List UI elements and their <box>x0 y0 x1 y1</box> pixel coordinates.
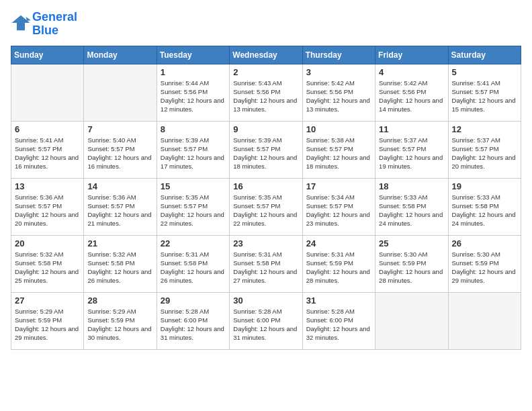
calendar-day-cell: 12Sunrise: 5:37 AM Sunset: 5:57 PM Dayli… <box>448 121 521 178</box>
calendar-day-cell <box>375 292 448 349</box>
day-info: Sunrise: 5:31 AM Sunset: 5:58 PM Dayligh… <box>233 250 298 285</box>
svg-marker-0 <box>12 15 30 31</box>
calendar-day-cell: 9Sunrise: 5:39 AM Sunset: 5:57 PM Daylig… <box>230 121 302 178</box>
day-number: 14 <box>87 181 152 191</box>
day-info: Sunrise: 5:34 AM Sunset: 5:57 PM Dayligh… <box>306 193 371 228</box>
weekday-cell: Saturday <box>448 46 521 64</box>
day-number: 6 <box>15 124 80 134</box>
calendar-week-row: 1Sunrise: 5:44 AM Sunset: 5:56 PM Daylig… <box>11 64 521 121</box>
weekday-cell: Tuesday <box>157 46 229 64</box>
calendar-day-cell: 13Sunrise: 5:36 AM Sunset: 5:57 PM Dayli… <box>11 178 84 235</box>
calendar-day-cell: 10Sunrise: 5:38 AM Sunset: 5:57 PM Dayli… <box>302 121 375 178</box>
day-number: 5 <box>452 67 517 77</box>
calendar-day-cell: 18Sunrise: 5:33 AM Sunset: 5:58 PM Dayli… <box>375 178 448 235</box>
day-info: Sunrise: 5:36 AM Sunset: 5:57 PM Dayligh… <box>15 193 80 228</box>
day-number: 24 <box>306 238 371 248</box>
day-info: Sunrise: 5:43 AM Sunset: 5:56 PM Dayligh… <box>233 79 298 114</box>
day-info: Sunrise: 5:28 AM Sunset: 6:00 PM Dayligh… <box>233 307 298 342</box>
calendar-day-cell: 7Sunrise: 5:40 AM Sunset: 5:57 PM Daylig… <box>84 121 157 178</box>
day-number: 25 <box>379 238 444 248</box>
calendar-day-cell: 14Sunrise: 5:36 AM Sunset: 5:57 PM Dayli… <box>84 178 157 235</box>
day-info: Sunrise: 5:30 AM Sunset: 5:59 PM Dayligh… <box>379 250 444 285</box>
day-number: 21 <box>87 238 152 248</box>
calendar-day-cell: 19Sunrise: 5:33 AM Sunset: 5:58 PM Dayli… <box>448 178 521 235</box>
calendar-day-cell: 24Sunrise: 5:31 AM Sunset: 5:59 PM Dayli… <box>302 235 375 292</box>
calendar-day-cell: 15Sunrise: 5:35 AM Sunset: 5:57 PM Dayli… <box>157 178 229 235</box>
day-number: 7 <box>87 124 152 134</box>
calendar-week-row: 13Sunrise: 5:36 AM Sunset: 5:57 PM Dayli… <box>11 178 521 235</box>
day-number: 27 <box>15 295 80 306</box>
weekday-cell: Friday <box>375 46 448 64</box>
day-info: Sunrise: 5:33 AM Sunset: 5:58 PM Dayligh… <box>379 193 444 228</box>
day-number: 26 <box>452 238 517 248</box>
calendar-day-cell <box>84 64 157 121</box>
day-number: 22 <box>161 238 226 248</box>
day-info: Sunrise: 5:38 AM Sunset: 5:57 PM Dayligh… <box>306 136 371 171</box>
calendar-day-cell: 31Sunrise: 5:28 AM Sunset: 6:00 PM Dayli… <box>302 292 375 349</box>
page-header: GeneralBlue <box>11 11 521 38</box>
calendar-day-cell: 17Sunrise: 5:34 AM Sunset: 5:57 PM Dayli… <box>302 178 375 235</box>
day-info: Sunrise: 5:41 AM Sunset: 5:57 PM Dayligh… <box>452 79 517 114</box>
weekday-cell: Monday <box>84 46 157 64</box>
day-number: 15 <box>161 181 226 191</box>
calendar-day-cell: 20Sunrise: 5:32 AM Sunset: 5:58 PM Dayli… <box>11 235 84 292</box>
calendar-day-cell <box>448 292 521 349</box>
calendar-body: 1Sunrise: 5:44 AM Sunset: 5:56 PM Daylig… <box>11 64 521 349</box>
day-number: 31 <box>306 295 371 306</box>
day-info: Sunrise: 5:35 AM Sunset: 5:57 PM Dayligh… <box>161 193 226 228</box>
day-number: 13 <box>15 181 80 191</box>
calendar-day-cell: 8Sunrise: 5:39 AM Sunset: 5:57 PM Daylig… <box>157 121 229 178</box>
day-number: 1 <box>161 67 226 77</box>
day-info: Sunrise: 5:37 AM Sunset: 5:57 PM Dayligh… <box>379 136 444 171</box>
day-info: Sunrise: 5:41 AM Sunset: 5:57 PM Dayligh… <box>15 136 80 171</box>
day-info: Sunrise: 5:39 AM Sunset: 5:57 PM Dayligh… <box>161 136 226 171</box>
day-info: Sunrise: 5:31 AM Sunset: 5:59 PM Dayligh… <box>306 250 371 285</box>
day-info: Sunrise: 5:36 AM Sunset: 5:57 PM Dayligh… <box>87 193 152 228</box>
calendar-day-cell: 4Sunrise: 5:42 AM Sunset: 5:56 PM Daylig… <box>375 64 448 121</box>
day-number: 3 <box>306 67 371 77</box>
day-info: Sunrise: 5:32 AM Sunset: 5:58 PM Dayligh… <box>87 250 152 285</box>
day-info: Sunrise: 5:42 AM Sunset: 5:56 PM Dayligh… <box>379 79 444 114</box>
calendar-day-cell: 27Sunrise: 5:29 AM Sunset: 5:59 PM Dayli… <box>11 292 84 349</box>
calendar-day-cell <box>11 64 84 121</box>
weekday-cell: Sunday <box>11 46 84 64</box>
calendar-table: SundayMondayTuesdayWednesdayThursdayFrid… <box>11 46 521 350</box>
calendar-day-cell: 23Sunrise: 5:31 AM Sunset: 5:58 PM Dayli… <box>230 235 302 292</box>
day-info: Sunrise: 5:28 AM Sunset: 6:00 PM Dayligh… <box>161 307 226 342</box>
day-info: Sunrise: 5:42 AM Sunset: 5:56 PM Dayligh… <box>306 79 371 114</box>
calendar-day-cell: 3Sunrise: 5:42 AM Sunset: 5:56 PM Daylig… <box>302 64 375 121</box>
day-number: 23 <box>233 238 298 248</box>
day-number: 10 <box>306 124 371 134</box>
calendar-week-row: 27Sunrise: 5:29 AM Sunset: 5:59 PM Dayli… <box>11 292 521 349</box>
day-info: Sunrise: 5:40 AM Sunset: 5:57 PM Dayligh… <box>87 136 152 171</box>
day-number: 19 <box>452 181 517 191</box>
weekday-cell: Thursday <box>302 46 375 64</box>
day-number: 11 <box>379 124 444 134</box>
calendar-day-cell: 6Sunrise: 5:41 AM Sunset: 5:57 PM Daylig… <box>11 121 84 178</box>
day-number: 9 <box>233 124 298 134</box>
day-info: Sunrise: 5:29 AM Sunset: 5:59 PM Dayligh… <box>87 307 152 342</box>
day-number: 12 <box>452 124 517 134</box>
calendar-day-cell: 21Sunrise: 5:32 AM Sunset: 5:58 PM Dayli… <box>84 235 157 292</box>
day-info: Sunrise: 5:35 AM Sunset: 5:57 PM Dayligh… <box>233 193 298 228</box>
logo: GeneralBlue <box>11 11 77 38</box>
calendar-day-cell: 28Sunrise: 5:29 AM Sunset: 5:59 PM Dayli… <box>84 292 157 349</box>
day-info: Sunrise: 5:31 AM Sunset: 5:58 PM Dayligh… <box>161 250 226 285</box>
calendar-day-cell: 29Sunrise: 5:28 AM Sunset: 6:00 PM Dayli… <box>157 292 229 349</box>
day-number: 18 <box>379 181 444 191</box>
calendar-day-cell: 1Sunrise: 5:44 AM Sunset: 5:56 PM Daylig… <box>157 64 229 121</box>
calendar-day-cell: 30Sunrise: 5:28 AM Sunset: 6:00 PM Dayli… <box>230 292 302 349</box>
logo-text: GeneralBlue <box>32 11 77 38</box>
calendar-week-row: 6Sunrise: 5:41 AM Sunset: 5:57 PM Daylig… <box>11 121 521 178</box>
calendar-day-cell: 5Sunrise: 5:41 AM Sunset: 5:57 PM Daylig… <box>448 64 521 121</box>
day-number: 4 <box>379 67 444 77</box>
calendar-day-cell: 2Sunrise: 5:43 AM Sunset: 5:56 PM Daylig… <box>230 64 302 121</box>
day-info: Sunrise: 5:28 AM Sunset: 6:00 PM Dayligh… <box>306 307 371 342</box>
weekday-cell: Wednesday <box>230 46 302 64</box>
day-info: Sunrise: 5:37 AM Sunset: 5:57 PM Dayligh… <box>452 136 517 171</box>
day-info: Sunrise: 5:33 AM Sunset: 5:58 PM Dayligh… <box>452 193 517 228</box>
day-info: Sunrise: 5:30 AM Sunset: 5:59 PM Dayligh… <box>452 250 517 285</box>
day-info: Sunrise: 5:29 AM Sunset: 5:59 PM Dayligh… <box>15 307 80 342</box>
calendar-day-cell: 11Sunrise: 5:37 AM Sunset: 5:57 PM Dayli… <box>375 121 448 178</box>
calendar-day-cell: 25Sunrise: 5:30 AM Sunset: 5:59 PM Dayli… <box>375 235 448 292</box>
